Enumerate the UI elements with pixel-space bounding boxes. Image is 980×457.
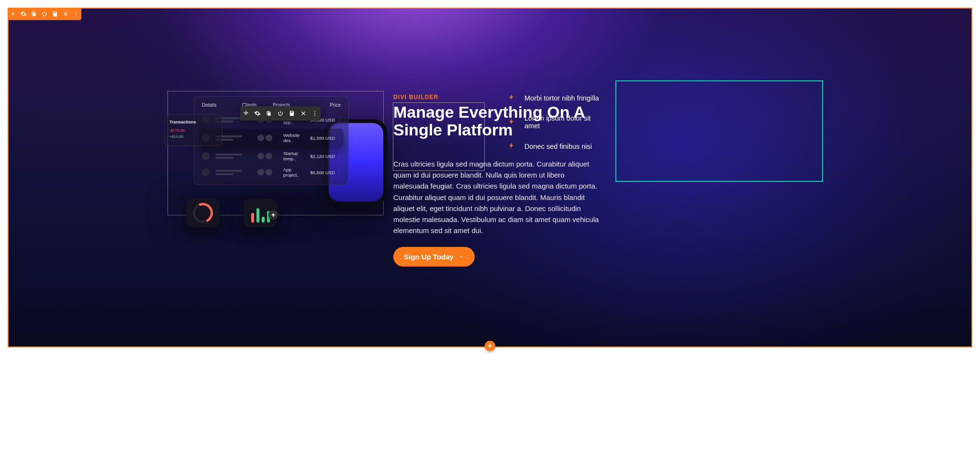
arrow-right-icon: → xyxy=(457,253,464,260)
plus-icon xyxy=(10,11,16,17)
feature-text: Donec sed finibus nisi xyxy=(524,143,592,150)
move-icon xyxy=(243,110,249,117)
svg-point-4 xyxy=(314,113,315,114)
row-price: $2,120 USD xyxy=(304,154,335,159)
row-price: $1,590 USD xyxy=(304,135,335,141)
avatar xyxy=(202,168,210,176)
module-add-button[interactable]: + xyxy=(268,210,278,220)
plus-icon: + xyxy=(271,211,275,219)
row-menu-icon: ⋮ xyxy=(337,117,339,123)
section-power-button[interactable] xyxy=(39,8,50,20)
transaction-row: -$179.00 xyxy=(169,128,217,133)
save-icon xyxy=(52,11,58,17)
module-save-button[interactable] xyxy=(286,106,298,121)
page-viewport: DIVI BUILDER Manage Everything On A Sing… xyxy=(0,0,980,457)
row-name: App project.. xyxy=(283,167,302,178)
svg-point-0 xyxy=(76,11,77,12)
row-menu-icon: ⋮ xyxy=(337,135,339,141)
section-settings-button[interactable] xyxy=(18,8,29,20)
svg-point-1 xyxy=(76,13,77,14)
module-delete-button[interactable] xyxy=(298,106,309,121)
avatar xyxy=(202,152,210,160)
module-settings-button[interactable] xyxy=(252,106,263,121)
transaction-row: +$10.00 xyxy=(169,134,217,139)
body-text: Cras ultricies ligula sed magna dictum p… xyxy=(393,158,599,236)
feature-item: Lorem ipsum dolor sit amet xyxy=(508,114,604,130)
svg-point-5 xyxy=(314,115,315,116)
row-menu-icon: ⋮ xyxy=(337,170,339,175)
section-more-button[interactable] xyxy=(71,8,81,20)
transactions-card: Transactions -$179.00 +$10.00 xyxy=(164,114,223,146)
duplicate-icon xyxy=(266,110,272,117)
transaction-amount: +$10.00 xyxy=(169,134,183,139)
transactions-title: Transactions xyxy=(169,120,217,124)
module-power-button[interactable] xyxy=(275,106,286,121)
section-add-bottom-button[interactable]: + xyxy=(485,341,495,351)
duplicate-icon xyxy=(31,11,37,17)
bolt-icon xyxy=(508,117,515,127)
module-more-button[interactable] xyxy=(309,106,321,121)
save-icon xyxy=(289,110,295,117)
glass-row: Startup temp.. $2,120 USD ⋮ xyxy=(202,148,341,164)
row-outline xyxy=(615,80,823,182)
gear-icon xyxy=(20,11,27,17)
close-icon xyxy=(300,110,307,117)
gear-icon xyxy=(254,110,261,117)
cta-label: Sign Up Today xyxy=(404,253,454,261)
svg-point-2 xyxy=(76,15,77,16)
plus-icon: + xyxy=(488,342,492,350)
section-toolbar xyxy=(8,8,81,20)
power-icon xyxy=(41,11,48,17)
row-menu-icon: ⋮ xyxy=(337,154,339,159)
section-delete-button[interactable] xyxy=(60,8,71,20)
transaction-amount: -$179.00 xyxy=(169,128,185,133)
module-duplicate-button[interactable] xyxy=(263,106,275,121)
section-add-button[interactable] xyxy=(8,8,18,20)
power-icon xyxy=(277,110,284,117)
row-price: $6,500 USD xyxy=(304,170,335,175)
row-name: Startup temp.. xyxy=(283,151,302,161)
bolt-icon xyxy=(508,141,515,151)
more-vertical-icon xyxy=(312,110,318,117)
builder-section[interactable]: DIVI BUILDER Manage Everything On A Sing… xyxy=(8,8,972,347)
feature-text: Morbi tortor nibh fringilla xyxy=(524,94,599,102)
feature-text: Lorem ipsum dolor sit amet xyxy=(524,114,604,130)
row-name: Website des.. xyxy=(283,133,302,143)
section-duplicate-button[interactable] xyxy=(29,8,39,20)
module-move-button[interactable] xyxy=(240,106,252,121)
close-icon xyxy=(62,11,69,17)
feature-item: Morbi tortor nibh fringilla xyxy=(508,93,604,103)
section-save-button[interactable] xyxy=(50,8,60,20)
feature-item: Donec sed finibus nisi xyxy=(508,141,604,151)
bolt-icon xyxy=(508,93,515,103)
module-toolbar xyxy=(240,106,321,121)
ring-chart-widget xyxy=(186,199,220,227)
svg-point-3 xyxy=(314,111,315,112)
glass-row: App project.. $6,500 USD ⋮ xyxy=(202,164,341,180)
feature-list: Morbi tortor nibh fringilla Lorem ipsum … xyxy=(508,93,604,163)
more-vertical-icon xyxy=(73,11,79,17)
cta-button[interactable]: Sign Up Today → xyxy=(393,247,475,267)
tab-details: Details xyxy=(202,102,242,108)
